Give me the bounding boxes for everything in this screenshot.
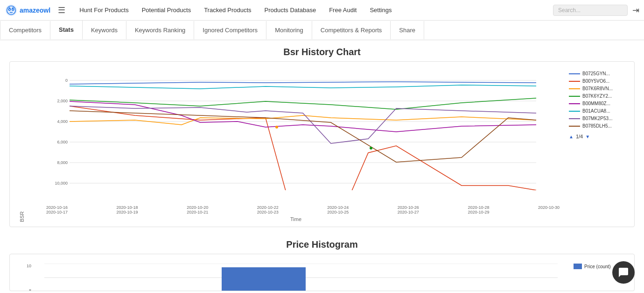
svg-point-19 xyxy=(275,126,278,129)
x-label-6: 2020-10-28 2020-10-29 xyxy=(468,205,489,214)
legend-item-4: B00MM80Z... xyxy=(569,101,625,106)
nav-tracked-products[interactable]: Tracked Products xyxy=(197,0,258,21)
legend-label-2: B07K6R8VN... xyxy=(582,86,613,91)
legend-color-7 xyxy=(569,126,580,127)
histogram-legend-color xyxy=(574,264,582,269)
legend-item-1: B00Y5VO6... xyxy=(569,79,625,84)
histogram-svg-wrap xyxy=(33,264,569,291)
tab-keywords[interactable]: Keywords xyxy=(83,21,126,39)
legend-item-6: B07MK2P53... xyxy=(569,116,625,121)
chat-button[interactable] xyxy=(612,261,635,284)
legend-item-3: B07K6YZY2... xyxy=(569,93,625,99)
legend-label-4: B00MM80Z... xyxy=(582,101,610,106)
legend-label-5: B01ACUA8... xyxy=(582,108,610,114)
svg-text:8,000: 8,000 xyxy=(57,160,68,165)
x-label-3: 2020-10-22 2020-10-23 xyxy=(257,205,279,214)
histogram-area: 10 8 Price (count) xyxy=(19,264,625,291)
legend-item-0: B0725GYN... xyxy=(569,71,625,76)
svg-text:10,000: 10,000 xyxy=(55,181,68,186)
nav-settings[interactable]: Settings xyxy=(363,0,398,21)
price-histogram-title: Price Histogram xyxy=(0,235,644,254)
nav-products-database[interactable]: Products Database xyxy=(258,0,323,21)
x-label-7: 2020-10-30 xyxy=(538,205,560,214)
y-axis-label: BSR xyxy=(19,71,25,222)
x-label-5: 2020-10-26 2020-10-27 xyxy=(398,205,419,214)
tab-monitoring[interactable]: Monitoring xyxy=(266,21,312,39)
legend-color-0 xyxy=(569,73,580,74)
svg-text:6,000: 6,000 xyxy=(57,140,68,144)
svg-point-0 xyxy=(6,4,17,15)
legend-label-3: B07K6YZY2... xyxy=(582,93,612,99)
legend-color-3 xyxy=(569,96,580,97)
histogram-container: 10 8 Price (count) xyxy=(9,254,635,291)
bsr-line-chart: 0 2,000 4,000 6,000 8,000 10,000 xyxy=(28,71,564,202)
legend-area: B0725GYN... B00Y5VO6... B07K6R8VN... B07… xyxy=(564,71,625,222)
x-axis-area: 2020-10-16 2020-10-17 2020-10-18 2020-10… xyxy=(28,205,564,214)
logo: amazeowl xyxy=(5,4,50,17)
legend-prev-icon[interactable]: ▲ xyxy=(569,134,574,139)
chat-icon xyxy=(618,267,629,278)
x-axis-title: Time xyxy=(28,216,564,222)
legend-label-6: B07MK2P53... xyxy=(582,116,612,121)
nav-exit-icon[interactable]: ⇥ xyxy=(632,5,639,15)
histogram-chart xyxy=(33,264,569,291)
legend-color-4 xyxy=(569,103,580,104)
legend-color-1 xyxy=(569,81,580,82)
owl-logo-icon xyxy=(5,4,18,17)
histogram-y-axis: 10 8 xyxy=(19,264,33,291)
legend-item-5: B01ACUA8... xyxy=(569,108,625,114)
legend-color-6 xyxy=(569,118,580,119)
nav-right: Search... ⇥ xyxy=(553,5,639,16)
x-label-4: 2020-10-24 2020-10-25 xyxy=(327,205,349,214)
nav-potential-products[interactable]: Potential Products xyxy=(135,0,198,21)
hamburger-button[interactable]: ☰ xyxy=(58,5,65,15)
svg-rect-18 xyxy=(70,78,536,190)
svg-point-5 xyxy=(13,9,14,10)
nav-hunt-for-products[interactable]: Hunt For Products xyxy=(73,0,135,21)
chart-area: BSR 0 2,000 4,000 6,000 8,000 xyxy=(19,71,625,222)
chart-svg-wrap: 0 2,000 4,000 6,000 8,000 10,000 xyxy=(28,71,564,203)
legend-item-7: B0785DLH5... xyxy=(569,123,625,129)
svg-point-20 xyxy=(370,147,372,150)
legend-next-icon[interactable]: ▼ xyxy=(585,134,590,139)
legend-item-2: B07K6R8VN... xyxy=(569,86,625,91)
legend-label-7: B0785DLH5... xyxy=(582,123,612,129)
nav-free-audit[interactable]: Free Audit xyxy=(322,0,363,21)
nav-search-bar[interactable]: Search... xyxy=(553,5,628,16)
svg-text:4,000: 4,000 xyxy=(57,119,68,124)
tab-competitors[interactable]: Competitors xyxy=(0,21,50,39)
tab-competitors-reports[interactable]: Competitors & Reports xyxy=(312,21,391,39)
tab-bar: Competitors Stats Keywords Keywords Rank… xyxy=(0,21,644,40)
legend-label-1: B00Y5VO6... xyxy=(582,79,609,84)
svg-text:0: 0 xyxy=(65,78,68,83)
chart-inner: 0 2,000 4,000 6,000 8,000 10,000 xyxy=(28,71,564,222)
tab-stats[interactable]: Stats xyxy=(50,21,83,40)
nav-links: Hunt For Products Potential Products Tra… xyxy=(73,0,553,21)
svg-rect-24 xyxy=(222,267,306,291)
svg-text:2,000: 2,000 xyxy=(57,99,68,103)
legend-page-indicator: 1/4 xyxy=(576,134,583,139)
x-label-0: 2020-10-16 2020-10-17 xyxy=(46,205,68,214)
top-nav: amazeowl ☰ Hunt For Products Potential P… xyxy=(0,0,644,21)
legend-color-2 xyxy=(569,88,580,89)
logo-text: amazeowl xyxy=(20,7,50,14)
bsr-chart-title: Bsr History Chart xyxy=(0,40,644,61)
x-label-2: 2020-10-20 2020-10-21 xyxy=(187,205,208,214)
bsr-chart-container: BSR 0 2,000 4,000 6,000 8,000 xyxy=(9,61,635,227)
tab-ignored-competitors[interactable]: Ignored Competitors xyxy=(194,21,266,39)
legend-label-0: B0725GYN... xyxy=(582,71,610,76)
legend-pagination: ▲ 1/4 ▼ xyxy=(569,134,625,139)
legend-color-5 xyxy=(569,111,580,112)
tab-keywords-ranking[interactable]: Keywords Ranking xyxy=(126,21,194,39)
histogram-legend-label: Price (count) xyxy=(584,264,611,269)
x-label-1: 2020-10-18 2020-10-19 xyxy=(117,205,138,214)
svg-point-4 xyxy=(9,9,10,10)
tab-share[interactable]: Share xyxy=(391,21,424,39)
